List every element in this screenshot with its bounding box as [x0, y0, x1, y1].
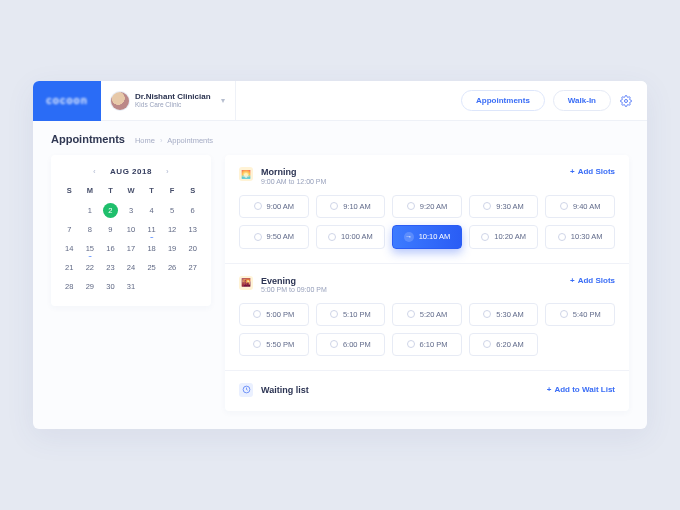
time-slot[interactable]: 5:50 PM: [239, 333, 309, 356]
calendar-day[interactable]: 26: [162, 260, 183, 275]
time-slot[interactable]: 5:10 PM: [316, 303, 386, 326]
calendar-day[interactable]: 30: [100, 279, 121, 294]
calendar-day[interactable]: 16: [100, 241, 121, 256]
calendar-day[interactable]: 14: [59, 241, 80, 256]
calendar-day[interactable]: 29: [80, 279, 101, 294]
calendar-day[interactable]: 22: [80, 260, 101, 275]
calendar-day[interactable]: 31: [121, 279, 142, 294]
calendar-day[interactable]: 15: [80, 241, 101, 256]
radio-icon: [254, 233, 262, 241]
time-slot[interactable]: →10:10 AM: [392, 225, 462, 249]
time-slot[interactable]: 5:00 PM: [239, 303, 309, 326]
morning-header: 🌅 Morning 9:00 AM to 12:00 PM + Add Slot…: [239, 167, 615, 184]
calendar-day[interactable]: 13: [182, 222, 203, 237]
calendar: ‹ AUG 2018 › SMTWTFS12345678910111213141…: [51, 155, 211, 306]
calendar-day[interactable]: 8: [80, 222, 101, 237]
morning-range: 9:00 AM to 12:00 PM: [261, 178, 326, 185]
time-slot[interactable]: 9:10 AM: [316, 195, 386, 218]
calendar-day[interactable]: 25: [141, 260, 162, 275]
crumb-home[interactable]: Home: [135, 136, 155, 145]
radio-icon: [407, 310, 415, 318]
calendar-day[interactable]: 10: [121, 222, 142, 237]
crumb-current: Appointments: [167, 136, 213, 145]
calendar-day[interactable]: 19: [162, 241, 183, 256]
calendar-day[interactable]: 27: [182, 260, 203, 275]
calendar-day: [182, 279, 203, 294]
time-slot[interactable]: 10:00 AM: [316, 225, 386, 249]
calendar-day[interactable]: 4: [141, 203, 162, 218]
time-slot[interactable]: 6:20 AM: [469, 333, 539, 356]
calendar-day[interactable]: 9: [100, 222, 121, 237]
time-slot-label: 10:30 AM: [571, 232, 603, 241]
add-waitlist-label: Add to Wait List: [554, 385, 615, 394]
time-slot[interactable]: 9:00 AM: [239, 195, 309, 218]
calendar-prev-button[interactable]: ‹: [89, 165, 100, 178]
time-slot-label: 5:00 PM: [266, 310, 294, 319]
time-slot[interactable]: 9:40 AM: [545, 195, 615, 218]
calendar-day[interactable]: 24: [121, 260, 142, 275]
calendar-day[interactable]: 6: [182, 203, 203, 218]
add-morning-slots-button[interactable]: + Add Slots: [570, 167, 615, 176]
radio-icon: [330, 310, 338, 318]
calendar-day[interactable]: 5: [162, 203, 183, 218]
waiting-section: Waiting list + Add to Wait List: [225, 371, 629, 411]
calendar-dow: W: [121, 186, 142, 199]
nav-walkin-button[interactable]: Walk-In: [553, 90, 611, 111]
calendar-day[interactable]: 3: [121, 203, 142, 218]
evening-title: Evening: [261, 276, 327, 286]
calendar-day: [162, 279, 183, 294]
nav-appointments-button[interactable]: Appointments: [461, 90, 545, 111]
time-slot[interactable]: 5:20 AM: [392, 303, 462, 326]
radio-icon: [330, 202, 338, 210]
calendar-day[interactable]: 28: [59, 279, 80, 294]
calendar-day[interactable]: 1: [80, 203, 101, 218]
calendar-day[interactable]: 2: [103, 203, 118, 218]
radio-icon: [407, 202, 415, 210]
radio-icon: [328, 233, 336, 241]
calendar-day[interactable]: 23: [100, 260, 121, 275]
calendar-day[interactable]: 21: [59, 260, 80, 275]
time-slot[interactable]: 10:20 AM: [469, 225, 539, 249]
calendar-header: ‹ AUG 2018 ›: [59, 165, 203, 186]
time-slot-label: 5:10 PM: [343, 310, 371, 319]
gear-icon[interactable]: [619, 94, 633, 108]
calendar-day[interactable]: 18: [141, 241, 162, 256]
radio-icon: [483, 340, 491, 348]
user-name: Dr.Nishant Clinician: [135, 93, 211, 102]
evening-header: 🌇 Evening 5:00 PM to 09:00 PM + Add Slot…: [239, 276, 615, 293]
time-slot[interactable]: 10:30 AM: [545, 225, 615, 249]
time-slot-label: 5:40 PM: [573, 310, 601, 319]
time-slot-label: 9:40 AM: [573, 202, 601, 211]
user-chip[interactable]: Dr.Nishant Clinician Kids Care Clinic ▾: [101, 81, 236, 121]
time-slot[interactable]: 9:30 AM: [469, 195, 539, 218]
morning-title-block: Morning 9:00 AM to 12:00 PM: [261, 167, 326, 184]
add-evening-slots-button[interactable]: + Add Slots: [570, 276, 615, 285]
content: ‹ AUG 2018 › SMTWTFS12345678910111213141…: [33, 155, 647, 429]
waiting-header: Waiting list + Add to Wait List: [239, 383, 615, 397]
user-meta: Dr.Nishant Clinician Kids Care Clinic: [135, 93, 211, 109]
add-waitlist-button[interactable]: + Add to Wait List: [547, 385, 615, 394]
evening-slots: 5:00 PM5:10 PM5:20 AM5:30 AM5:40 PM5:50 …: [239, 303, 615, 356]
calendar-dow: M: [80, 186, 101, 199]
calendar-day[interactable]: 12: [162, 222, 183, 237]
topbar-right: Appointments Walk-In: [461, 90, 647, 111]
calendar-day: [141, 279, 162, 294]
time-slot[interactable]: 9:20 AM: [392, 195, 462, 218]
time-slot-label: 5:20 AM: [420, 310, 448, 319]
time-slot[interactable]: 9:50 AM: [239, 225, 309, 249]
calendar-next-button[interactable]: ›: [162, 165, 173, 178]
radio-icon: [483, 310, 491, 318]
crumb-sep: ›: [160, 136, 163, 145]
brand-logo[interactable]: cocoon: [33, 81, 101, 121]
time-slot[interactable]: 5:30 AM: [469, 303, 539, 326]
calendar-day[interactable]: 7: [59, 222, 80, 237]
calendar-day[interactable]: 20: [182, 241, 203, 256]
time-slot[interactable]: 6:00 PM: [316, 333, 386, 356]
time-slot[interactable]: 5:40 PM: [545, 303, 615, 326]
morning-title: Morning: [261, 167, 326, 177]
time-slot[interactable]: 6:10 PM: [392, 333, 462, 356]
calendar-day[interactable]: 17: [121, 241, 142, 256]
app-window: cocoon Dr.Nishant Clinician Kids Care Cl…: [33, 81, 647, 429]
time-slot-label: 9:50 AM: [267, 232, 295, 241]
calendar-day[interactable]: 11: [141, 222, 162, 237]
